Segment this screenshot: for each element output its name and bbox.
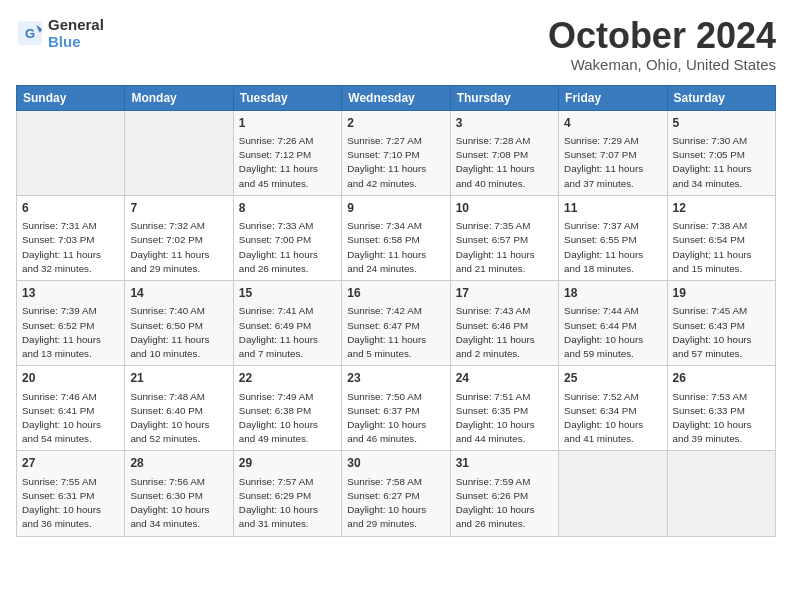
day-number: 16 [347, 285, 444, 302]
day-number: 30 [347, 455, 444, 472]
day-info: Sunrise: 7:57 AM Sunset: 6:29 PM Dayligh… [239, 475, 336, 532]
day-number: 25 [564, 370, 661, 387]
location: Wakeman, Ohio, United States [548, 56, 776, 73]
calendar-cell [559, 451, 667, 536]
page-header: G General Blue October 2024 Wakeman, Ohi… [16, 16, 776, 73]
calendar-cell: 20Sunrise: 7:46 AM Sunset: 6:41 PM Dayli… [17, 366, 125, 451]
day-info: Sunrise: 7:46 AM Sunset: 6:41 PM Dayligh… [22, 390, 119, 447]
calendar-cell: 11Sunrise: 7:37 AM Sunset: 6:55 PM Dayli… [559, 195, 667, 280]
day-number: 12 [673, 200, 770, 217]
day-info: Sunrise: 7:42 AM Sunset: 6:47 PM Dayligh… [347, 304, 444, 361]
calendar-header: SundayMondayTuesdayWednesdayThursdayFrid… [17, 85, 776, 110]
calendar-cell: 7Sunrise: 7:32 AM Sunset: 7:02 PM Daylig… [125, 195, 233, 280]
weekday-header-thursday: Thursday [450, 85, 558, 110]
day-info: Sunrise: 7:39 AM Sunset: 6:52 PM Dayligh… [22, 304, 119, 361]
weekday-header-tuesday: Tuesday [233, 85, 341, 110]
day-info: Sunrise: 7:37 AM Sunset: 6:55 PM Dayligh… [564, 219, 661, 276]
calendar-week-1: 1Sunrise: 7:26 AM Sunset: 7:12 PM Daylig… [17, 110, 776, 195]
weekday-header-sunday: Sunday [17, 85, 125, 110]
day-number: 23 [347, 370, 444, 387]
day-info: Sunrise: 7:31 AM Sunset: 7:03 PM Dayligh… [22, 219, 119, 276]
calendar-cell: 28Sunrise: 7:56 AM Sunset: 6:30 PM Dayli… [125, 451, 233, 536]
day-info: Sunrise: 7:51 AM Sunset: 6:35 PM Dayligh… [456, 390, 553, 447]
weekday-header-saturday: Saturday [667, 85, 775, 110]
calendar-cell: 6Sunrise: 7:31 AM Sunset: 7:03 PM Daylig… [17, 195, 125, 280]
day-number: 28 [130, 455, 227, 472]
day-number: 3 [456, 115, 553, 132]
day-info: Sunrise: 7:26 AM Sunset: 7:12 PM Dayligh… [239, 134, 336, 191]
day-info: Sunrise: 7:44 AM Sunset: 6:44 PM Dayligh… [564, 304, 661, 361]
calendar-cell: 10Sunrise: 7:35 AM Sunset: 6:57 PM Dayli… [450, 195, 558, 280]
day-info: Sunrise: 7:45 AM Sunset: 6:43 PM Dayligh… [673, 304, 770, 361]
day-number: 24 [456, 370, 553, 387]
day-number: 5 [673, 115, 770, 132]
title-block: October 2024 Wakeman, Ohio, United State… [548, 16, 776, 73]
calendar-cell [125, 110, 233, 195]
day-number: 22 [239, 370, 336, 387]
day-number: 14 [130, 285, 227, 302]
day-info: Sunrise: 7:53 AM Sunset: 6:33 PM Dayligh… [673, 390, 770, 447]
day-info: Sunrise: 7:41 AM Sunset: 6:49 PM Dayligh… [239, 304, 336, 361]
weekday-header-wednesday: Wednesday [342, 85, 450, 110]
calendar-cell: 26Sunrise: 7:53 AM Sunset: 6:33 PM Dayli… [667, 366, 775, 451]
month-title: October 2024 [548, 16, 776, 56]
day-number: 31 [456, 455, 553, 472]
day-info: Sunrise: 7:29 AM Sunset: 7:07 PM Dayligh… [564, 134, 661, 191]
day-info: Sunrise: 7:56 AM Sunset: 6:30 PM Dayligh… [130, 475, 227, 532]
day-info: Sunrise: 7:40 AM Sunset: 6:50 PM Dayligh… [130, 304, 227, 361]
day-number: 13 [22, 285, 119, 302]
day-info: Sunrise: 7:28 AM Sunset: 7:08 PM Dayligh… [456, 134, 553, 191]
calendar-cell: 23Sunrise: 7:50 AM Sunset: 6:37 PM Dayli… [342, 366, 450, 451]
calendar-cell: 14Sunrise: 7:40 AM Sunset: 6:50 PM Dayli… [125, 281, 233, 366]
svg-text:G: G [25, 26, 35, 41]
day-info: Sunrise: 7:48 AM Sunset: 6:40 PM Dayligh… [130, 390, 227, 447]
calendar-table: SundayMondayTuesdayWednesdayThursdayFrid… [16, 85, 776, 537]
day-number: 18 [564, 285, 661, 302]
day-number: 4 [564, 115, 661, 132]
logo-text: General Blue [48, 16, 104, 51]
day-info: Sunrise: 7:58 AM Sunset: 6:27 PM Dayligh… [347, 475, 444, 532]
day-number: 7 [130, 200, 227, 217]
weekday-header-monday: Monday [125, 85, 233, 110]
calendar-week-5: 27Sunrise: 7:55 AM Sunset: 6:31 PM Dayli… [17, 451, 776, 536]
day-info: Sunrise: 7:55 AM Sunset: 6:31 PM Dayligh… [22, 475, 119, 532]
calendar-week-4: 20Sunrise: 7:46 AM Sunset: 6:41 PM Dayli… [17, 366, 776, 451]
calendar-cell: 15Sunrise: 7:41 AM Sunset: 6:49 PM Dayli… [233, 281, 341, 366]
calendar-week-3: 13Sunrise: 7:39 AM Sunset: 6:52 PM Dayli… [17, 281, 776, 366]
calendar-cell: 21Sunrise: 7:48 AM Sunset: 6:40 PM Dayli… [125, 366, 233, 451]
calendar-cell: 13Sunrise: 7:39 AM Sunset: 6:52 PM Dayli… [17, 281, 125, 366]
calendar-cell [17, 110, 125, 195]
day-number: 6 [22, 200, 119, 217]
day-info: Sunrise: 7:35 AM Sunset: 6:57 PM Dayligh… [456, 219, 553, 276]
day-number: 21 [130, 370, 227, 387]
calendar-cell: 27Sunrise: 7:55 AM Sunset: 6:31 PM Dayli… [17, 451, 125, 536]
calendar-cell: 22Sunrise: 7:49 AM Sunset: 6:38 PM Dayli… [233, 366, 341, 451]
calendar-cell: 24Sunrise: 7:51 AM Sunset: 6:35 PM Dayli… [450, 366, 558, 451]
logo-icon: G [16, 19, 44, 47]
day-number: 27 [22, 455, 119, 472]
day-number: 2 [347, 115, 444, 132]
calendar-cell: 29Sunrise: 7:57 AM Sunset: 6:29 PM Dayli… [233, 451, 341, 536]
calendar-cell: 5Sunrise: 7:30 AM Sunset: 7:05 PM Daylig… [667, 110, 775, 195]
calendar-cell: 1Sunrise: 7:26 AM Sunset: 7:12 PM Daylig… [233, 110, 341, 195]
day-number: 1 [239, 115, 336, 132]
day-number: 10 [456, 200, 553, 217]
day-info: Sunrise: 7:33 AM Sunset: 7:00 PM Dayligh… [239, 219, 336, 276]
calendar-cell: 30Sunrise: 7:58 AM Sunset: 6:27 PM Dayli… [342, 451, 450, 536]
logo: G General Blue [16, 16, 104, 51]
day-number: 11 [564, 200, 661, 217]
day-number: 17 [456, 285, 553, 302]
calendar-cell [667, 451, 775, 536]
calendar-cell: 19Sunrise: 7:45 AM Sunset: 6:43 PM Dayli… [667, 281, 775, 366]
day-info: Sunrise: 7:34 AM Sunset: 6:58 PM Dayligh… [347, 219, 444, 276]
day-info: Sunrise: 7:50 AM Sunset: 6:37 PM Dayligh… [347, 390, 444, 447]
calendar-cell: 25Sunrise: 7:52 AM Sunset: 6:34 PM Dayli… [559, 366, 667, 451]
calendar-cell: 31Sunrise: 7:59 AM Sunset: 6:26 PM Dayli… [450, 451, 558, 536]
calendar-cell: 12Sunrise: 7:38 AM Sunset: 6:54 PM Dayli… [667, 195, 775, 280]
day-info: Sunrise: 7:52 AM Sunset: 6:34 PM Dayligh… [564, 390, 661, 447]
day-number: 26 [673, 370, 770, 387]
calendar-cell: 16Sunrise: 7:42 AM Sunset: 6:47 PM Dayli… [342, 281, 450, 366]
calendar-cell: 3Sunrise: 7:28 AM Sunset: 7:08 PM Daylig… [450, 110, 558, 195]
day-number: 9 [347, 200, 444, 217]
calendar-cell: 18Sunrise: 7:44 AM Sunset: 6:44 PM Dayli… [559, 281, 667, 366]
